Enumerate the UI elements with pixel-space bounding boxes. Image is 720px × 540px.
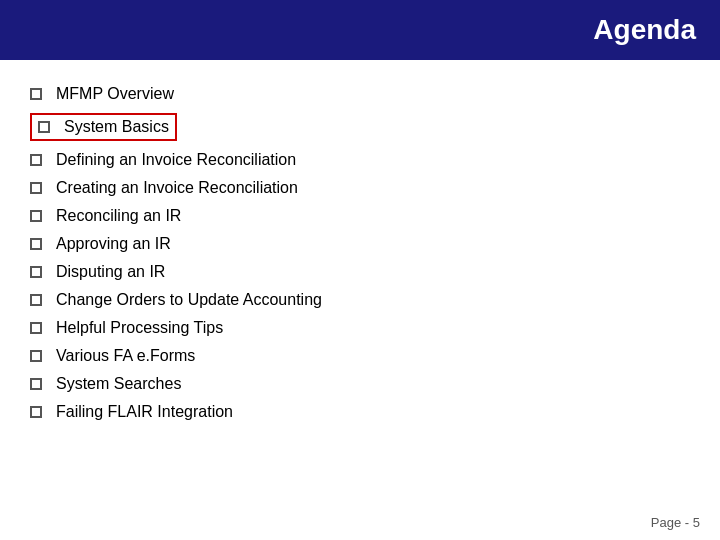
bullet-icon: [30, 294, 42, 306]
list-item: Approving an IR: [30, 230, 690, 258]
list-item: Change Orders to Update Accounting: [30, 286, 690, 314]
bullet-icon: [30, 266, 42, 278]
agenda-item-label: Disputing an IR: [56, 263, 165, 281]
agenda-item-label: Reconciling an IR: [56, 207, 181, 225]
agenda-item-label: Creating an Invoice Reconciliation: [56, 179, 298, 197]
agenda-item-label: Various FA e.Forms: [56, 347, 195, 365]
bullet-icon: [30, 238, 42, 250]
agenda-item-label: MFMP Overview: [56, 85, 174, 103]
bullet-icon: [30, 88, 42, 100]
list-item: Helpful Processing Tips: [30, 314, 690, 342]
agenda-item-label: Defining an Invoice Reconciliation: [56, 151, 296, 169]
bullet-icon: [30, 322, 42, 334]
list-item: Creating an Invoice Reconciliation: [30, 174, 690, 202]
agenda-item-label: System Searches: [56, 375, 181, 393]
bullet-icon: [30, 378, 42, 390]
page-title: Agenda: [593, 14, 696, 46]
agenda-item-label: System Basics: [64, 118, 169, 136]
bullet-icon: [30, 406, 42, 418]
list-item: Disputing an IR: [30, 258, 690, 286]
list-item: System Basics: [30, 108, 690, 146]
agenda-item-label: Approving an IR: [56, 235, 171, 253]
bullet-icon: [30, 350, 42, 362]
agenda-item-label: Helpful Processing Tips: [56, 319, 223, 337]
list-item: Reconciling an IR: [30, 202, 690, 230]
page-footer: Page - 5: [651, 515, 700, 530]
page-header: Agenda: [0, 0, 720, 60]
list-item: Failing FLAIR Integration: [30, 398, 690, 426]
bullet-icon: [38, 121, 50, 133]
bullet-icon: [30, 182, 42, 194]
list-item: MFMP Overview: [30, 80, 690, 108]
list-item: Various FA e.Forms: [30, 342, 690, 370]
page-number: Page - 5: [651, 515, 700, 530]
bullet-icon: [30, 210, 42, 222]
agenda-content: MFMP Overview System Basics Defining an …: [0, 60, 720, 446]
agenda-item-label: Change Orders to Update Accounting: [56, 291, 322, 309]
list-item: Defining an Invoice Reconciliation: [30, 146, 690, 174]
highlighted-item-row: System Basics: [30, 113, 177, 141]
bullet-icon: [30, 154, 42, 166]
list-item: System Searches: [30, 370, 690, 398]
agenda-item-label: Failing FLAIR Integration: [56, 403, 233, 421]
